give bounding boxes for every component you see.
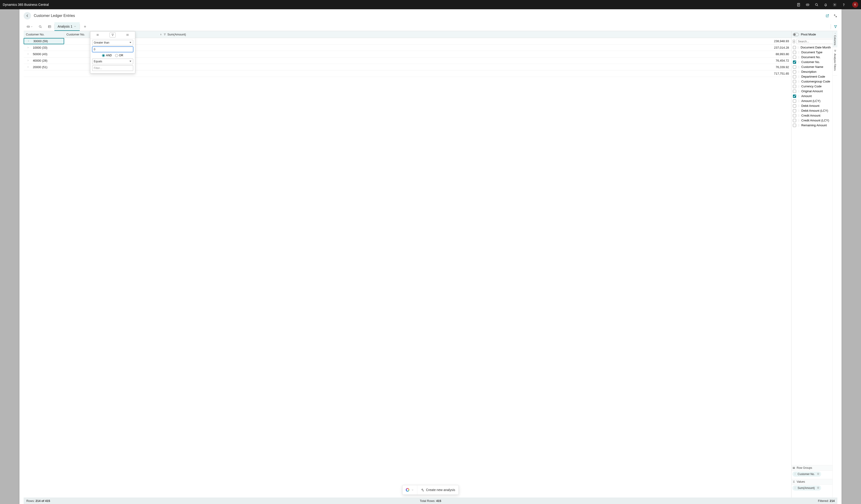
copilot-header-icon[interactable] [806,3,809,7]
chevron-right-icon[interactable] [27,59,29,62]
drag-handle-icon[interactable] [797,124,800,126]
row-groups-dropzone[interactable]: Customer No. [792,471,833,479]
drag-handle-icon[interactable] [797,95,800,97]
add-analysis-tab-button[interactable] [80,22,90,31]
filter-operator-1[interactable]: Greater than [92,40,133,45]
drag-handle-icon[interactable] [794,486,796,490]
group-expand-cell[interactable]: 30000 (59) [24,38,64,44]
field-list[interactable]: Document Date Month▲Document TypeDocumen… [792,45,833,465]
drag-handle-icon[interactable] [797,110,800,112]
column-header-group[interactable]: Customer No. [24,31,64,38]
drag-handle-icon[interactable] [797,85,800,87]
field-checkbox[interactable] [793,85,796,88]
field-checkbox[interactable] [793,60,796,64]
filter-toggle-button[interactable] [834,25,837,28]
group-expand-cell[interactable]: 10000 (33) [24,44,64,51]
field-item[interactable]: Document Type [792,50,832,55]
drag-handle-icon[interactable] [797,80,800,83]
field-item[interactable]: Currency Code [792,84,832,89]
field-checkbox[interactable] [793,65,796,69]
drag-handle-icon[interactable] [797,105,800,107]
field-item[interactable]: Debit Amount (LCY) [792,108,832,113]
field-checkbox[interactable] [793,104,796,108]
tab-analysis-1[interactable]: Analysis 1 [54,22,80,31]
table-row[interactable]: 40000 (28)76,454.72 [24,57,792,64]
table-row[interactable]: 20000 (51)76,339.92 [24,64,792,70]
search-icon[interactable] [815,3,819,7]
field-item[interactable]: Original Amount [792,89,832,94]
filter-val2-input[interactable] [92,65,133,71]
help-icon[interactable] [842,3,846,7]
field-checkbox[interactable] [793,114,796,117]
chevron-right-icon[interactable] [27,46,29,49]
filter-tab-menu-icon[interactable] [95,32,101,38]
field-item[interactable]: Remaining Amount [792,123,832,128]
field-item[interactable]: Credit Amount [792,113,832,118]
drag-handle-icon[interactable] [797,100,800,102]
filter-join-or[interactable]: OR [115,54,123,57]
grid-body[interactable]: 30000 (59)238,948.9310000 (33)237,014.28… [24,38,792,498]
copilot-dropdown-button[interactable] [402,485,418,494]
user-avatar[interactable]: K [852,2,858,8]
search-toolbar-button[interactable] [36,22,45,31]
copilot-toolbar-button[interactable] [24,22,36,31]
group-expand-cell[interactable]: 40000 (28) [24,57,64,64]
field-item[interactable]: Amount [792,94,832,98]
field-item[interactable]: Document No. [792,55,832,59]
field-item[interactable]: Document Date Month▲ [792,45,832,50]
drag-handle-icon[interactable] [797,71,800,73]
remove-chip-icon[interactable] [817,473,819,476]
drag-handle-icon[interactable] [797,114,800,117]
values-dropzone[interactable]: Sum(Amount) [792,485,833,498]
field-checkbox[interactable] [793,51,796,54]
drag-handle-icon[interactable] [797,61,800,63]
field-checkbox[interactable] [793,124,796,127]
settings-icon[interactable] [833,3,837,7]
table-row[interactable]: 50000 (43)88,993.80 [24,51,792,57]
filter-operator-2[interactable]: Equals [92,59,133,64]
field-checkbox[interactable] [793,75,796,78]
filter-tab-funnel-icon[interactable] [110,32,115,38]
filter-op2-select[interactable]: Equals [92,59,133,64]
field-item[interactable]: Description [792,69,832,74]
field-item[interactable]: Customer Name [792,65,832,69]
drag-handle-icon[interactable] [797,90,800,93]
field-item[interactable]: Amount (LCY) [792,98,832,103]
group-expand-cell[interactable]: 50000 (43) [24,51,64,57]
field-checkbox[interactable] [793,80,796,83]
field-checkbox[interactable] [793,46,796,49]
table-row[interactable]: 30000 (59)238,948.93 [24,38,792,44]
notifications-icon[interactable] [824,3,828,7]
collapse-all-icon[interactable]: − [793,40,795,43]
column-header-sum-amount[interactable]: Sum(Amount) [157,31,792,38]
drag-handle-icon[interactable] [797,51,800,54]
drag-handle-icon[interactable] [794,473,796,476]
drag-handle-icon[interactable] [797,46,799,49]
chevron-right-icon[interactable] [27,39,30,43]
field-checkbox[interactable] [793,99,796,103]
drag-handle-icon[interactable] [797,56,800,58]
row-group-chip[interactable]: Customer No. [792,472,821,477]
field-search-input[interactable] [796,39,834,44]
filter-tab-columns-icon[interactable] [124,32,131,38]
remove-chip-icon[interactable] [817,486,819,490]
filter-value-2[interactable] [92,65,133,71]
filter-val1-input[interactable] [92,46,133,52]
group-expand-cell[interactable]: 20000 (51) [24,64,64,70]
field-checkbox[interactable] [793,119,796,122]
field-checkbox[interactable] [793,95,796,98]
field-checkbox[interactable] [793,70,796,73]
field-item[interactable]: Department Code [792,74,832,79]
value-chip[interactable]: Sum(Amount) [792,486,821,491]
chevron-right-icon[interactable] [27,52,29,56]
table-row[interactable]: 10000 (33)237,014.28 [24,44,792,51]
popout-icon[interactable] [825,14,829,18]
drag-handle-icon[interactable] [797,66,800,68]
list-view-button[interactable] [45,22,54,31]
field-item[interactable]: Customer No. [792,59,832,65]
collapse-icon[interactable] [833,14,837,18]
back-button[interactable] [24,12,31,19]
chevron-right-icon[interactable] [27,65,29,69]
filter-op1-select[interactable]: Greater than [92,40,133,45]
pivot-mode-toggle[interactable] [793,33,799,36]
